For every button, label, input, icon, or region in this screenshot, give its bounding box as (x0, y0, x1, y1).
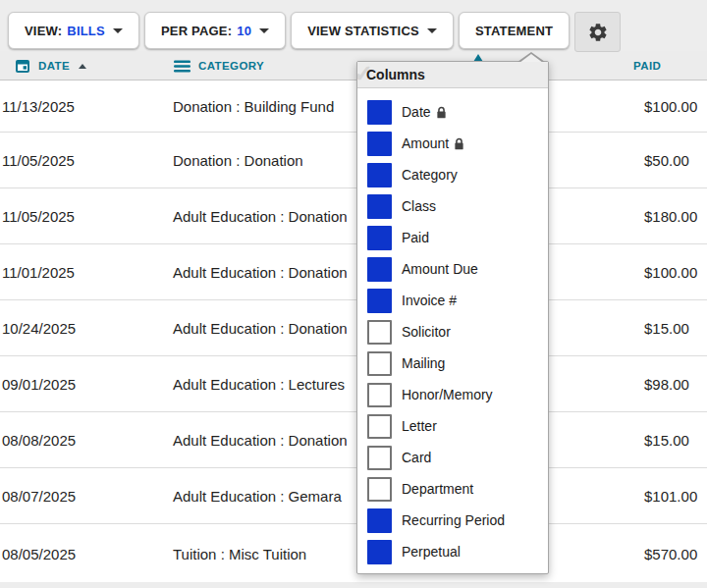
statement-button[interactable]: STATEMENT (459, 12, 570, 49)
table-row[interactable]: 08/07/2025 Adult Education : Gemara $101… (0, 468, 707, 524)
view-label: VIEW: (25, 24, 62, 38)
columns-menu-item[interactable]: Solicitor (357, 316, 548, 347)
columns-menu-item-label: Solicitor (402, 324, 451, 340)
table-row[interactable]: 08/05/2025 Tuition : Misc Tuition $570.0… (0, 524, 707, 583)
chevron-down-icon (259, 28, 269, 33)
columns-menu-item[interactable]: Category (357, 159, 548, 190)
column-checkbox[interactable] (367, 226, 392, 250)
columns-menu-title: Columns (366, 67, 425, 82)
column-header-category-label: CATEGORY (198, 60, 264, 72)
columns-menu: ✓ Columns Date Amount Category Class (356, 61, 549, 574)
view-statistics-label: VIEW STATISTICS (307, 24, 419, 38)
row-category: Donation : Donation (173, 152, 303, 169)
columns-menu-item[interactable]: Perpetual (357, 536, 548, 567)
table-row[interactable]: 09/01/2025 Adult Education : Lectures $9… (0, 356, 707, 412)
row-category: Adult Education : Donation (173, 432, 348, 449)
row-paid: $15.00 (644, 432, 689, 449)
row-paid: $180.00 (644, 208, 697, 225)
columns-menu-item[interactable]: Department (357, 473, 548, 505)
columns-menu-item-label: Department (402, 481, 473, 497)
row-paid: $98.00 (644, 376, 689, 393)
toolbar: VIEW: BILLS PER PAGE: 10 VIEW STATISTICS… (0, 0, 707, 51)
column-checkbox[interactable] (367, 477, 392, 502)
view-statistics-dropdown-button[interactable]: VIEW STATISTICS (291, 12, 454, 49)
columns-menu-item-label: Letter (402, 418, 437, 434)
row-paid: $101.00 (644, 488, 697, 505)
lock-icon (436, 106, 447, 119)
row-category: Adult Education : Gemara (173, 488, 342, 505)
view-value: BILLS (67, 24, 105, 38)
columns-menu-item-label: Honor/Memory (402, 387, 493, 402)
columns-menu-item-label: Paid (402, 230, 429, 245)
page-background-strip (0, 582, 707, 588)
table-row[interactable]: 08/08/2025 Adult Education : Donation $1… (0, 412, 707, 468)
columns-menu-item[interactable]: Paid (357, 222, 548, 253)
row-date: 11/05/2025 (2, 152, 75, 169)
column-checkbox[interactable] (367, 100, 392, 125)
table-row[interactable]: 10/24/2025 Adult Education : Donation $1… (0, 300, 707, 356)
column-checkbox[interactable] (367, 540, 392, 564)
column-header-paid-label: PAID (633, 60, 661, 72)
table-row[interactable]: 11/05/2025 Donation : Donation $50.00 (0, 133, 707, 188)
row-date: 09/01/2025 (2, 376, 76, 393)
row-category: Donation : Building Fund (173, 98, 334, 115)
columns-menu-header: ✓ Columns (357, 62, 548, 88)
table-row[interactable]: 11/05/2025 Adult Education : Donation $1… (0, 188, 707, 244)
column-checkbox[interactable] (367, 351, 392, 376)
columns-menu-item[interactable]: Date (357, 96, 548, 128)
lock-icon (454, 137, 464, 150)
columns-menu-item[interactable]: Invoice # (357, 285, 548, 316)
columns-menu-item-label: Recurring Period (402, 512, 505, 528)
column-header-category[interactable]: CATEGORY (174, 51, 264, 80)
chevron-down-icon (113, 28, 123, 33)
columns-menu-item[interactable]: Card (357, 442, 548, 473)
columns-menu-item[interactable]: Amount (357, 128, 548, 159)
per-page-label: PER PAGE: (161, 24, 232, 38)
columns-menu-item-label: Date (402, 104, 431, 120)
row-category: Adult Education : Donation (173, 208, 348, 225)
row-date: 11/13/2025 (2, 98, 75, 115)
columns-menu-item-label: Category (402, 167, 458, 183)
column-checkbox[interactable] (367, 194, 392, 219)
columns-menu-item[interactable]: Amount Due (357, 253, 548, 285)
table-row[interactable]: 11/13/2025 Donation : Building Fund $100… (0, 80, 707, 133)
row-paid: $50.00 (644, 152, 689, 169)
column-checkbox[interactable] (367, 508, 392, 533)
row-paid: $570.00 (644, 545, 697, 561)
gear-icon (587, 22, 609, 43)
column-header-date[interactable]: DATE (15, 51, 86, 80)
row-category: Adult Education : Donation (173, 264, 348, 281)
row-paid: $100.00 (644, 98, 697, 115)
row-date: 08/07/2025 (2, 488, 76, 505)
table-body: 11/13/2025 Donation : Building Fund $100… (0, 80, 707, 583)
column-header-date-label: DATE (38, 60, 70, 72)
column-checkbox[interactable] (367, 163, 392, 187)
row-paid: $100.00 (644, 264, 697, 281)
columns-menu-item[interactable]: Recurring Period (357, 505, 548, 536)
columns-menu-item[interactable]: Honor/Memory (357, 379, 548, 410)
columns-menu-item[interactable]: Letter (357, 410, 548, 442)
per-page-dropdown-button[interactable]: PER PAGE: 10 (144, 12, 286, 49)
column-header-paid[interactable]: PAID (633, 51, 661, 80)
table-row[interactable]: 11/01/2025 Adult Education : Donation $1… (0, 244, 707, 300)
column-checkbox[interactable] (367, 383, 392, 407)
row-date: 10/24/2025 (2, 320, 76, 337)
columns-menu-item-label: Amount (402, 135, 449, 151)
column-checkbox[interactable] (367, 320, 392, 345)
column-checkbox[interactable] (367, 414, 392, 439)
column-settings-button[interactable] (574, 12, 621, 52)
columns-menu-item[interactable]: Mailing (357, 347, 548, 379)
columns-menu-item[interactable]: Class (357, 190, 548, 222)
columns-menu-item-label: Amount Due (402, 261, 478, 277)
view-dropdown-button[interactable]: VIEW: BILLS (8, 12, 139, 49)
column-checkbox[interactable] (367, 446, 392, 470)
column-checkbox[interactable] (367, 289, 392, 313)
sort-asc-icon (79, 64, 86, 69)
row-paid: $15.00 (644, 320, 689, 337)
row-date: 08/05/2025 (2, 545, 76, 561)
row-category: Adult Education : Lectures (173, 376, 345, 393)
row-date: 11/05/2025 (2, 208, 75, 225)
column-checkbox[interactable] (367, 132, 392, 156)
column-checkbox[interactable] (367, 257, 392, 282)
columns-menu-item-label: Mailing (402, 355, 445, 371)
